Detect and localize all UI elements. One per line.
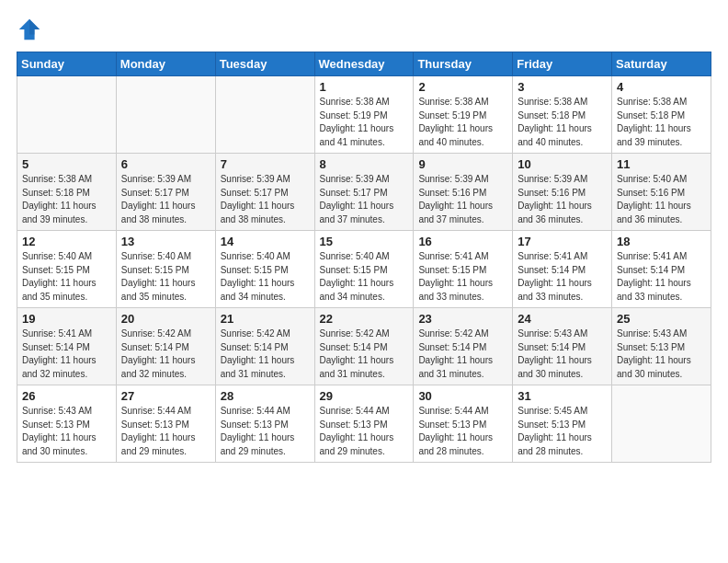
day-number: 12: [22, 235, 112, 248]
day-number: 17: [518, 235, 608, 248]
day-number: 4: [617, 80, 707, 94]
day-info: Sunrise: 5:45 AM Sunset: 5:13 PM Dayligh…: [518, 405, 608, 458]
day-cell: 7Sunrise: 5:39 AM Sunset: 5:17 PM Daylig…: [215, 154, 314, 231]
day-number: 22: [320, 312, 410, 326]
day-cell: 27Sunrise: 5:44 AM Sunset: 5:13 PM Dayli…: [116, 385, 215, 463]
day-info: Sunrise: 5:39 AM Sunset: 5:17 PM Dayligh…: [320, 173, 410, 226]
day-cell: 3Sunrise: 5:38 AM Sunset: 5:18 PM Daylig…: [513, 76, 612, 154]
day-info: Sunrise: 5:40 AM Sunset: 5:16 PM Dayligh…: [617, 173, 707, 226]
day-cell: 23Sunrise: 5:42 AM Sunset: 5:14 PM Dayli…: [414, 308, 513, 385]
day-cell: 15Sunrise: 5:40 AM Sunset: 5:15 PM Dayli…: [314, 231, 414, 308]
header-row: SundayMondayTuesdayWednesdayThursdayFrid…: [17, 52, 711, 76]
day-info: Sunrise: 5:44 AM Sunset: 5:13 PM Dayligh…: [418, 405, 508, 458]
day-info: Sunrise: 5:38 AM Sunset: 5:19 PM Dayligh…: [418, 96, 508, 149]
day-info: Sunrise: 5:44 AM Sunset: 5:13 PM Dayligh…: [221, 405, 311, 458]
day-header-monday: Monday: [116, 52, 215, 76]
day-cell: 19Sunrise: 5:41 AM Sunset: 5:14 PM Dayli…: [17, 308, 117, 385]
day-info: Sunrise: 5:43 AM Sunset: 5:13 PM Dayligh…: [617, 327, 707, 381]
day-cell: 26Sunrise: 5:43 AM Sunset: 5:13 PM Dayli…: [17, 385, 117, 463]
logo-icon: [17, 17, 42, 42]
day-cell: [17, 76, 117, 154]
day-cell: 11Sunrise: 5:40 AM Sunset: 5:16 PM Dayli…: [612, 154, 711, 231]
day-cell: 12Sunrise: 5:40 AM Sunset: 5:15 PM Dayli…: [17, 231, 117, 308]
day-header-thursday: Thursday: [414, 52, 513, 76]
day-number: 1: [320, 80, 410, 94]
day-number: 5: [22, 157, 112, 171]
day-cell: [612, 385, 711, 463]
day-header-saturday: Saturday: [612, 52, 711, 76]
day-cell: 9Sunrise: 5:39 AM Sunset: 5:16 PM Daylig…: [414, 154, 513, 231]
day-info: Sunrise: 5:41 AM Sunset: 5:15 PM Dayligh…: [418, 250, 508, 304]
day-cell: 10Sunrise: 5:39 AM Sunset: 5:16 PM Dayli…: [513, 154, 612, 231]
logo-area: [17, 17, 46, 42]
day-number: 16: [418, 235, 508, 248]
day-number: 24: [518, 312, 608, 326]
day-cell: 4Sunrise: 5:38 AM Sunset: 5:18 PM Daylig…: [612, 76, 711, 154]
day-info: Sunrise: 5:43 AM Sunset: 5:13 PM Dayligh…: [22, 405, 112, 458]
day-cell: [215, 76, 314, 154]
day-header-sunday: Sunday: [17, 52, 117, 76]
header: [17, 17, 711, 42]
day-number: 31: [518, 389, 608, 403]
day-info: Sunrise: 5:42 AM Sunset: 5:14 PM Dayligh…: [121, 327, 211, 381]
svg-marker-1: [29, 19, 40, 35]
day-cell: 29Sunrise: 5:44 AM Sunset: 5:13 PM Dayli…: [314, 385, 414, 463]
day-number: 29: [320, 389, 410, 403]
day-number: 19: [22, 312, 112, 326]
day-cell: 14Sunrise: 5:40 AM Sunset: 5:15 PM Dayli…: [215, 231, 314, 308]
day-cell: 20Sunrise: 5:42 AM Sunset: 5:14 PM Dayli…: [116, 308, 215, 385]
day-number: 23: [418, 312, 508, 326]
day-info: Sunrise: 5:42 AM Sunset: 5:14 PM Dayligh…: [418, 327, 508, 381]
day-number: 6: [121, 157, 211, 171]
day-number: 27: [121, 389, 211, 403]
day-number: 10: [518, 157, 608, 171]
day-info: Sunrise: 5:44 AM Sunset: 5:13 PM Dayligh…: [320, 405, 410, 458]
day-cell: 1Sunrise: 5:38 AM Sunset: 5:19 PM Daylig…: [314, 76, 414, 154]
week-row-1: 1Sunrise: 5:38 AM Sunset: 5:19 PM Daylig…: [17, 76, 711, 154]
day-info: Sunrise: 5:39 AM Sunset: 5:17 PM Dayligh…: [121, 173, 211, 226]
day-info: Sunrise: 5:38 AM Sunset: 5:18 PM Dayligh…: [518, 96, 608, 149]
day-info: Sunrise: 5:41 AM Sunset: 5:14 PM Dayligh…: [518, 250, 608, 304]
day-info: Sunrise: 5:41 AM Sunset: 5:14 PM Dayligh…: [22, 327, 112, 381]
day-info: Sunrise: 5:44 AM Sunset: 5:13 PM Dayligh…: [121, 405, 211, 458]
day-info: Sunrise: 5:43 AM Sunset: 5:14 PM Dayligh…: [518, 327, 608, 381]
day-cell: 31Sunrise: 5:45 AM Sunset: 5:13 PM Dayli…: [513, 385, 612, 463]
day-cell: [116, 76, 215, 154]
week-row-3: 12Sunrise: 5:40 AM Sunset: 5:15 PM Dayli…: [17, 231, 711, 308]
day-number: 18: [617, 235, 707, 248]
day-number: 7: [221, 157, 311, 171]
day-number: 28: [221, 389, 311, 403]
day-number: 11: [617, 157, 707, 171]
week-row-2: 5Sunrise: 5:38 AM Sunset: 5:18 PM Daylig…: [17, 154, 711, 231]
day-number: 26: [22, 389, 112, 403]
day-info: Sunrise: 5:39 AM Sunset: 5:16 PM Dayligh…: [518, 173, 608, 226]
day-number: 8: [320, 157, 410, 171]
day-header-wednesday: Wednesday: [314, 52, 414, 76]
day-info: Sunrise: 5:40 AM Sunset: 5:15 PM Dayligh…: [121, 250, 211, 304]
day-cell: 28Sunrise: 5:44 AM Sunset: 5:13 PM Dayli…: [215, 385, 314, 463]
calendar-table: SundayMondayTuesdayWednesdayThursdayFrid…: [17, 52, 711, 463]
day-cell: 16Sunrise: 5:41 AM Sunset: 5:15 PM Dayli…: [414, 231, 513, 308]
day-info: Sunrise: 5:40 AM Sunset: 5:15 PM Dayligh…: [221, 250, 311, 304]
day-cell: 13Sunrise: 5:40 AM Sunset: 5:15 PM Dayli…: [116, 231, 215, 308]
page: SundayMondayTuesdayWednesdayThursdayFrid…: [0, 0, 728, 474]
day-number: 20: [121, 312, 211, 326]
week-row-5: 26Sunrise: 5:43 AM Sunset: 5:13 PM Dayli…: [17, 385, 711, 463]
day-info: Sunrise: 5:38 AM Sunset: 5:18 PM Dayligh…: [617, 96, 707, 149]
day-cell: 6Sunrise: 5:39 AM Sunset: 5:17 PM Daylig…: [116, 154, 215, 231]
day-number: 21: [221, 312, 311, 326]
day-info: Sunrise: 5:40 AM Sunset: 5:15 PM Dayligh…: [320, 250, 410, 304]
day-cell: 5Sunrise: 5:38 AM Sunset: 5:18 PM Daylig…: [17, 154, 117, 231]
day-info: Sunrise: 5:39 AM Sunset: 5:16 PM Dayligh…: [418, 173, 508, 226]
day-info: Sunrise: 5:42 AM Sunset: 5:14 PM Dayligh…: [320, 327, 410, 381]
day-number: 13: [121, 235, 211, 248]
day-cell: 21Sunrise: 5:42 AM Sunset: 5:14 PM Dayli…: [215, 308, 314, 385]
day-cell: 18Sunrise: 5:41 AM Sunset: 5:14 PM Dayli…: [612, 231, 711, 308]
day-cell: 2Sunrise: 5:38 AM Sunset: 5:19 PM Daylig…: [414, 76, 513, 154]
day-cell: 25Sunrise: 5:43 AM Sunset: 5:13 PM Dayli…: [612, 308, 711, 385]
day-number: 9: [418, 157, 508, 171]
day-info: Sunrise: 5:39 AM Sunset: 5:17 PM Dayligh…: [221, 173, 311, 226]
day-info: Sunrise: 5:38 AM Sunset: 5:19 PM Dayligh…: [320, 96, 410, 149]
day-info: Sunrise: 5:41 AM Sunset: 5:14 PM Dayligh…: [617, 250, 707, 304]
day-info: Sunrise: 5:40 AM Sunset: 5:15 PM Dayligh…: [22, 250, 112, 304]
